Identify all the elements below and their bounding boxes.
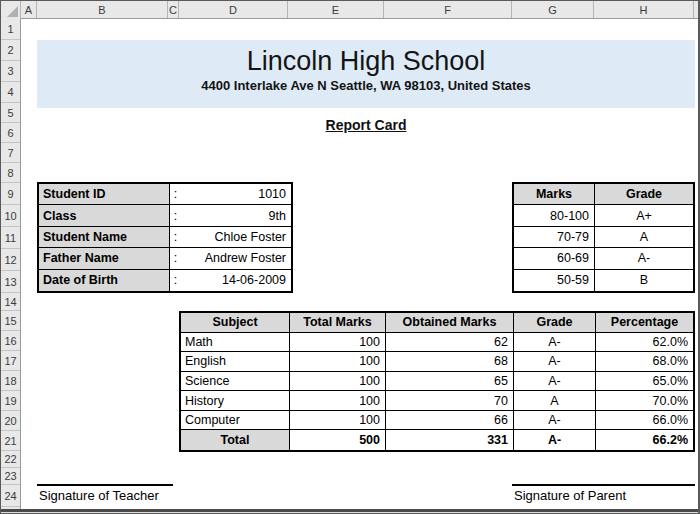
student-info-value[interactable]: 9th — [181, 205, 291, 226]
row-header-2[interactable]: 2 — [1, 40, 20, 61]
student-info-separator[interactable]: : — [170, 205, 181, 226]
marks-subject[interactable]: Math — [181, 333, 290, 353]
grade-scale-marks[interactable]: 50-59 — [514, 270, 595, 291]
student-info-separator[interactable]: : — [170, 248, 181, 269]
grade-scale-header-marks[interactable]: Marks — [514, 184, 595, 205]
parent-signature-label[interactable]: Signature of Parent — [514, 488, 626, 503]
student-info-label[interactable]: Father Name — [39, 248, 170, 269]
row-header-7[interactable]: 7 — [1, 143, 20, 163]
marks-subject[interactable]: History — [181, 391, 290, 411]
marks-total-label[interactable]: Total — [181, 430, 290, 450]
marks-header-grade[interactable]: Grade — [514, 313, 596, 333]
marks-percentage[interactable]: 66.0% — [596, 411, 693, 431]
marks-total-total[interactable]: 500 — [290, 430, 386, 450]
student-info-label[interactable]: Class — [39, 205, 170, 226]
student-info-value[interactable]: Chloe Foster — [181, 227, 291, 248]
marks-percentage[interactable]: 70.0% — [596, 391, 693, 411]
teacher-signature-label[interactable]: Signature of Teacher — [39, 488, 159, 503]
marks-total[interactable]: 100 — [290, 372, 386, 392]
row-header-4[interactable]: 4 — [1, 82, 20, 103]
marks-subject[interactable]: English — [181, 352, 290, 372]
marks-total[interactable]: 100 — [290, 352, 386, 372]
column-header-A[interactable]: A — [21, 1, 37, 18]
marks-total[interactable]: 100 — [290, 391, 386, 411]
row-header-18[interactable]: 18 — [1, 371, 20, 391]
column-header-C[interactable]: C — [168, 1, 179, 18]
row-header-21[interactable]: 21 — [1, 431, 20, 451]
row-header-1[interactable]: 1 — [1, 19, 20, 40]
row-header-3[interactable]: 3 — [1, 61, 20, 82]
column-header-D[interactable]: D — [179, 1, 288, 18]
row-header-19[interactable]: 19 — [1, 391, 20, 411]
row-header-9[interactable]: 9 — [1, 183, 20, 205]
column-header-H[interactable]: H — [594, 1, 694, 18]
student-info-separator[interactable]: : — [170, 227, 181, 248]
row-header-6[interactable]: 6 — [1, 123, 20, 143]
report-card-title[interactable]: Report Card — [37, 117, 695, 133]
student-info-value[interactable]: Andrew Foster — [181, 248, 291, 269]
grade-scale-marks[interactable]: 80-100 — [514, 205, 595, 226]
marks-header-percentage[interactable]: Percentage — [596, 313, 693, 333]
grade-scale-header-grade[interactable]: Grade — [595, 184, 693, 205]
marks-subject[interactable]: Computer — [181, 411, 290, 431]
marks-subject[interactable]: Science — [181, 372, 290, 392]
student-info-separator[interactable]: : — [170, 270, 181, 291]
student-info-label[interactable]: Student ID — [39, 184, 170, 205]
marks-percentage[interactable]: 68.0% — [596, 352, 693, 372]
marks-header-obtained-marks[interactable]: Obtained Marks — [386, 313, 514, 333]
select-all-corner[interactable] — [1, 1, 21, 19]
school-banner[interactable]: Lincoln High School 4400 Interlake Ave N… — [37, 40, 695, 108]
column-header-blank[interactable] — [694, 1, 699, 18]
grade-scale-grade[interactable]: B — [595, 270, 693, 291]
column-header-E[interactable]: E — [288, 1, 384, 18]
student-info-label[interactable]: Student Name — [39, 227, 170, 248]
grade-scale-marks[interactable]: 60-69 — [514, 248, 595, 269]
marks-percentage[interactable]: 65.0% — [596, 372, 693, 392]
column-header-B[interactable]: B — [37, 1, 168, 18]
row-header-11[interactable]: 11 — [1, 227, 20, 249]
grade-scale-grade[interactable]: A- — [595, 248, 693, 269]
grade-scale-grade[interactable]: A+ — [595, 205, 693, 226]
row-header-10[interactable]: 10 — [1, 205, 20, 227]
row-header-14[interactable]: 14 — [1, 293, 20, 311]
marks-total[interactable]: 100 — [290, 411, 386, 431]
row-header-24[interactable]: 24 — [1, 485, 20, 507]
marks-obtained[interactable]: 68 — [386, 352, 514, 372]
marks-obtained[interactable]: 66 — [386, 411, 514, 431]
grade-scale-marks[interactable]: 70-79 — [514, 227, 595, 248]
marks-grade[interactable]: A- — [514, 372, 596, 392]
marks-grade[interactable]: A- — [514, 333, 596, 353]
marks-header-subject[interactable]: Subject — [181, 313, 290, 333]
column-header-G[interactable]: G — [512, 1, 594, 18]
student-info-value[interactable]: 1010 — [181, 184, 291, 205]
marks-obtained[interactable]: 65 — [386, 372, 514, 392]
student-info-label[interactable]: Date of Birth — [39, 270, 170, 291]
teacher-signature-line — [37, 484, 173, 486]
row-header-12[interactable]: 12 — [1, 249, 20, 271]
marks-grade[interactable]: A- — [514, 352, 596, 372]
row-header-13[interactable]: 13 — [1, 271, 20, 293]
row-header-8[interactable]: 8 — [1, 163, 20, 183]
marks-grade[interactable]: A — [514, 391, 596, 411]
marks-total[interactable]: 100 — [290, 333, 386, 353]
marks-total-obtained[interactable]: 331 — [386, 430, 514, 450]
grade-scale-grade[interactable]: A — [595, 227, 693, 248]
marks-total-percentage[interactable]: 66.2% — [596, 430, 693, 450]
column-header-F[interactable]: F — [384, 1, 512, 18]
row-header-17[interactable]: 17 — [1, 351, 20, 371]
school-name: Lincoln High School — [37, 45, 695, 77]
student-info-value[interactable]: 14-06-2009 — [181, 270, 291, 291]
marks-percentage[interactable]: 62.0% — [596, 333, 693, 353]
row-header-20[interactable]: 20 — [1, 411, 20, 431]
row-header-5[interactable]: 5 — [1, 103, 20, 123]
marks-total-grade[interactable]: A- — [514, 430, 596, 450]
marks-grade[interactable]: A- — [514, 411, 596, 431]
marks-obtained[interactable]: 62 — [386, 333, 514, 353]
row-header-15[interactable]: 15 — [1, 311, 20, 331]
row-header-16[interactable]: 16 — [1, 331, 20, 351]
student-info-separator[interactable]: : — [170, 184, 181, 205]
row-header-22[interactable]: 22 — [1, 451, 20, 468]
marks-header-total-marks[interactable]: Total Marks — [290, 313, 386, 333]
marks-obtained[interactable]: 70 — [386, 391, 514, 411]
row-header-23[interactable]: 23 — [1, 468, 20, 485]
